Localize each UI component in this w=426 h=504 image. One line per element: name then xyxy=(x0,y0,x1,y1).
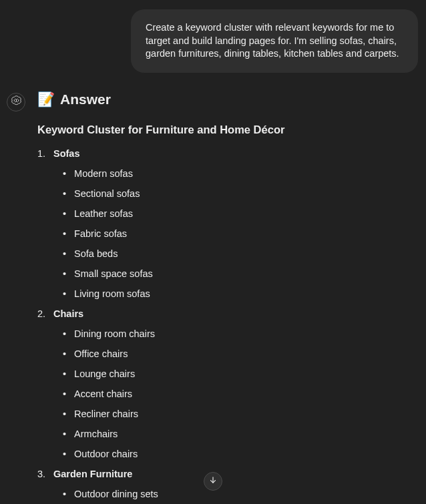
keyword-text: Armchairs xyxy=(74,429,118,439)
chat-container: Create a keyword cluster with relevant k… xyxy=(0,0,426,504)
bullet-icon: • xyxy=(63,489,66,499)
answer-heading: 📝 Answer xyxy=(37,91,418,107)
list-item: •Fabric sofas xyxy=(63,228,418,239)
bullet-icon: • xyxy=(63,208,66,219)
keyword-text: Outdoor dining sets xyxy=(74,489,158,499)
keyword-text: Sofa beds xyxy=(74,248,118,259)
keyword-text: Office chairs xyxy=(74,348,128,359)
category-title: Chairs xyxy=(53,308,83,319)
keyword-text: Dining room chairs xyxy=(74,328,155,339)
category-header: 2. Chairs xyxy=(37,308,418,319)
keyword-text: Fabric sofas xyxy=(74,228,127,239)
list-item: •Accent chairs xyxy=(63,389,418,399)
list-item: •Leather sofas xyxy=(63,208,418,219)
list-item: •Small space sofas xyxy=(63,268,418,279)
bullet-icon: • xyxy=(63,348,66,359)
bullet-icon: • xyxy=(63,168,66,179)
assistant-avatar xyxy=(7,93,25,111)
list-item: •Recliner chairs xyxy=(63,409,418,419)
user-message-row: Create a keyword cluster with relevant k… xyxy=(0,0,426,73)
bullet-icon: • xyxy=(63,288,66,299)
keyword-text: Modern sofas xyxy=(74,168,133,179)
category-header: 3. Garden Furniture xyxy=(37,469,418,479)
list-item: •Outdoor dining sets xyxy=(63,489,418,499)
openai-logo-icon xyxy=(11,95,22,109)
answer-heading-text: Answer xyxy=(60,91,111,107)
user-message-text: Create a keyword cluster with relevant k… xyxy=(146,22,399,59)
keyword-text: Living room sofas xyxy=(74,288,150,299)
arrow-down-icon xyxy=(208,475,218,487)
list-item: •Office chairs xyxy=(63,348,418,359)
list-item: •Modern sofas xyxy=(63,168,418,179)
keyword-text: Small space sofas xyxy=(74,268,153,279)
category-list: 1. Sofas •Modern sofas •Sectional sofas … xyxy=(37,148,418,504)
list-item: •Outdoor chairs xyxy=(63,449,418,459)
list-item: 3. Garden Furniture •Outdoor dining sets… xyxy=(37,469,418,504)
cluster-subheading: Keyword Cluster for Furniture and Home D… xyxy=(37,123,418,136)
list-item: •Living room sofas xyxy=(63,288,418,299)
list-item: 2. Chairs •Dining room chairs •Office ch… xyxy=(37,308,418,459)
keyword-list: •Outdoor dining sets •Patio furniture •G… xyxy=(37,489,418,504)
bullet-icon: • xyxy=(63,389,66,399)
list-item: •Dining room chairs xyxy=(63,328,418,339)
list-item: •Sectional sofas xyxy=(63,188,418,199)
category-title: Sofas xyxy=(53,148,80,159)
bullet-icon: • xyxy=(63,409,66,419)
list-number: 3. xyxy=(37,469,47,479)
list-item: •Lounge chairs xyxy=(63,368,418,379)
scroll-to-bottom-button[interactable] xyxy=(204,472,222,491)
keyword-text: Sectional sofas xyxy=(74,188,140,199)
bullet-icon: • xyxy=(63,429,66,439)
bullet-icon: • xyxy=(63,449,66,459)
list-number: 1. xyxy=(37,148,47,159)
list-item: 1. Sofas •Modern sofas •Sectional sofas … xyxy=(37,148,418,299)
list-item: •Sofa beds xyxy=(63,248,418,259)
bullet-icon: • xyxy=(63,328,66,339)
bullet-icon: • xyxy=(63,268,66,279)
assistant-row: 📝 Answer Keyword Cluster for Furniture a… xyxy=(0,73,426,504)
bullet-icon: • xyxy=(63,368,66,379)
keyword-text: Outdoor chairs xyxy=(74,449,138,459)
category-title: Garden Furniture xyxy=(53,469,132,479)
bullet-icon: • xyxy=(63,228,66,239)
category-header: 1. Sofas xyxy=(37,148,418,159)
keyword-list: •Modern sofas •Sectional sofas •Leather … xyxy=(37,168,418,299)
keyword-text: Lounge chairs xyxy=(74,368,135,379)
list-item: •Armchairs xyxy=(63,429,418,439)
keyword-text: Accent chairs xyxy=(74,389,132,399)
keyword-list: •Dining room chairs •Office chairs •Loun… xyxy=(37,328,418,459)
keyword-text: Leather sofas xyxy=(74,208,133,219)
user-message-bubble: Create a keyword cluster with relevant k… xyxy=(131,9,418,73)
list-number: 2. xyxy=(37,308,47,319)
keyword-text: Recliner chairs xyxy=(74,409,138,419)
assistant-content: 📝 Answer Keyword Cluster for Furniture a… xyxy=(37,91,418,504)
bullet-icon: • xyxy=(63,248,66,259)
memo-icon: 📝 xyxy=(37,92,55,106)
bullet-icon: • xyxy=(63,188,66,199)
